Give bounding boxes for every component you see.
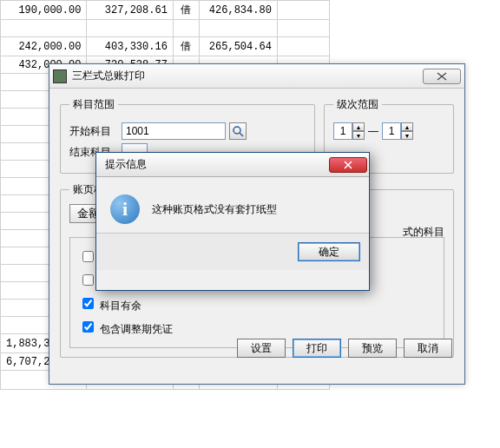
spin-down-icon[interactable]: ▼	[352, 131, 365, 140]
format-note-text: 式的科目	[403, 225, 444, 240]
table-cell: 借	[173, 37, 199, 56]
table-cell: 242,000.00	[1, 37, 87, 56]
dialog-close-button[interactable]	[423, 69, 461, 84]
table-cell	[199, 20, 277, 37]
dialog-titlebar: 三栏式总账打印	[49, 64, 464, 89]
table-cell	[87, 20, 173, 37]
table-row: 190,000.00327,208.61借426,834.80	[1, 1, 330, 20]
spin-down-icon[interactable]: ▼	[401, 131, 413, 140]
table-cell: 265,504.64	[199, 37, 277, 56]
lookup-subject-button[interactable]	[229, 122, 247, 140]
msgbox-text: 这种账页格式没有套打纸型	[152, 202, 277, 217]
msgbox-titlebar: 提示信息	[96, 153, 369, 177]
print-button[interactable]: 打印	[293, 339, 341, 358]
table-row	[1, 20, 330, 37]
subject-range-legend: 科目范围	[69, 97, 118, 112]
table-row: 242,000.00403,330.16借265,504.64	[1, 37, 330, 56]
dialog-button-row: 设置 打印 预览 取消	[237, 339, 452, 358]
level-from-input[interactable]	[333, 122, 352, 140]
table-cell: 327,208.61	[87, 1, 173, 20]
table-cell: 190,000.00	[1, 1, 87, 20]
message-box: 提示信息 i 这种账页格式没有套打纸型 确定	[95, 152, 370, 291]
settings-button[interactable]: 设置	[237, 339, 286, 358]
svg-point-0	[234, 127, 240, 134]
dialog-title: 三栏式总账打印	[72, 69, 423, 83]
msgbox-close-button[interactable]	[329, 157, 367, 173]
close-icon	[342, 161, 354, 169]
table-cell: 借	[173, 1, 199, 20]
table-cell	[1, 20, 87, 37]
start-subject-label: 开始科目	[69, 124, 118, 139]
spin-up-icon[interactable]: ▲	[352, 122, 365, 131]
table-cell	[277, 37, 329, 56]
table-cell: 426,834.80	[199, 1, 277, 20]
chk-include-adjust[interactable]: 包含调整期凭证	[79, 319, 435, 337]
level-to-stepper[interactable]: ▲▼	[382, 122, 413, 140]
table-cell	[277, 1, 329, 20]
table-cell	[173, 20, 199, 37]
table-cell	[277, 20, 329, 37]
info-icon: i	[110, 194, 140, 224]
table-cell: 403,330.16	[87, 37, 173, 56]
level-range-legend: 级次范围	[333, 97, 382, 112]
cancel-button[interactable]: 取消	[404, 339, 452, 358]
search-icon	[232, 125, 244, 137]
level-dash: —	[368, 125, 378, 137]
msgbox-ok-button[interactable]: 确定	[298, 242, 360, 261]
app-icon	[53, 69, 67, 83]
svg-line-1	[240, 133, 243, 136]
level-to-input[interactable]	[382, 122, 401, 140]
level-from-stepper[interactable]: ▲▼	[333, 122, 365, 140]
preview-button[interactable]: 预览	[348, 339, 397, 358]
spin-up-icon[interactable]: ▲	[401, 122, 413, 131]
msgbox-title: 提示信息	[105, 157, 329, 172]
chk-has-balance[interactable]: 科目有余	[79, 295, 435, 313]
start-subject-input[interactable]	[122, 122, 226, 140]
